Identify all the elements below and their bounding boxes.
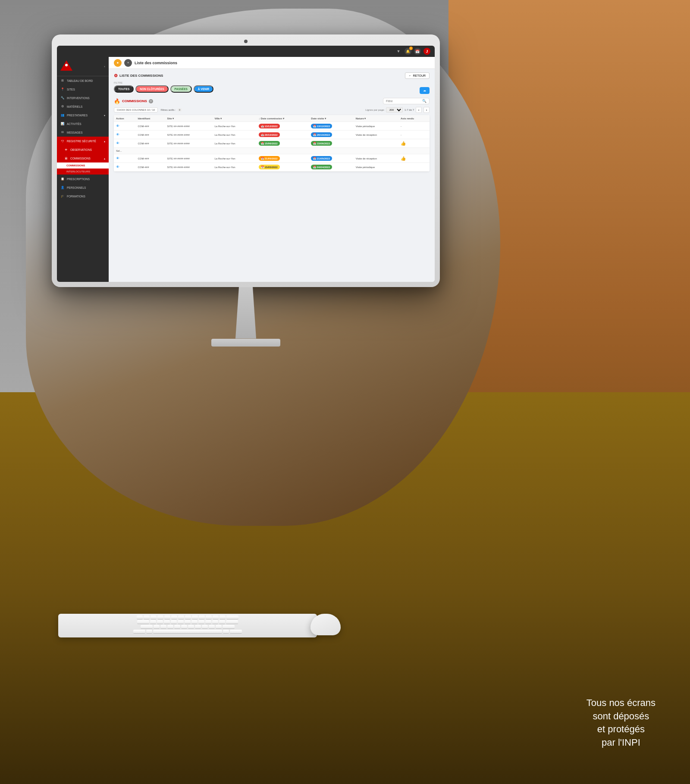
row-identifiant: COM-### (135, 122, 165, 131)
key (209, 625, 215, 629)
col-date-commission[interactable]: ↓ Date commission ▾ (257, 115, 309, 122)
prev-page-button[interactable]: ‹ (416, 107, 422, 113)
row-action[interactable]: 👁 (114, 131, 135, 139)
row-action[interactable]: 👁 (114, 139, 135, 148)
sites-icon: 📍 (60, 87, 65, 91)
col-site[interactable]: Site ▾ (165, 115, 213, 122)
nav-prestataires[interactable]: 👥 PRESTATAIRES ▾ (57, 111, 109, 119)
date-visite-badge: 📅 13/12/2022 (311, 124, 332, 128)
col-date-visite[interactable]: Date visite ▾ (309, 115, 353, 122)
filter-icon[interactable]: ▼ (395, 48, 402, 55)
header-orange-icon[interactable]: ● (114, 59, 122, 67)
thumbs-up-icon: 👍 (401, 156, 406, 161)
nav-observations[interactable]: 👁 OBSERVATIONS (57, 145, 109, 154)
filters-active-label: Filtres actifs : 0 (160, 108, 182, 112)
key (178, 615, 184, 619)
row-date-commission: 📅 15/06/2022 (257, 139, 309, 148)
nav-materiels[interactable]: ⚙ MATÉRIELS (57, 102, 109, 111)
calendar-icon[interactable]: 📅 (414, 48, 421, 55)
table-controls: CHOIX DES COLONNES 10 / 10 Filtres actif… (114, 107, 430, 113)
bell-icon[interactable]: 🔔 1 (405, 48, 411, 55)
upload-button[interactable]: ☁ (420, 87, 430, 94)
key (220, 615, 226, 619)
key (188, 625, 194, 629)
tab-passées[interactable]: PASSÉES (170, 85, 192, 93)
nav-commissions[interactable]: 🏛 COMMISSIONS ▴ (57, 154, 109, 162)
space-key (153, 630, 222, 634)
column-choice-button[interactable]: CHOIX DES COLONNES 10 / 10 (114, 107, 158, 112)
nav-label: REGISTRE SÉCURITÉ (67, 140, 96, 143)
section-title-text: LISTE DES COMMISSIONS (119, 74, 163, 78)
key (174, 625, 180, 629)
row-action[interactable]: 👁 (114, 163, 135, 172)
tab-a-venir[interactable]: À VENIR (194, 85, 213, 93)
user-avatar[interactable]: J (423, 48, 430, 55)
header-plus-btn[interactable]: + (124, 59, 132, 67)
col-action: Action (114, 115, 135, 122)
tab-all[interactable]: TOUTES (114, 85, 134, 93)
view-icon[interactable]: 👁 (116, 141, 119, 145)
nav-interventions[interactable]: 🔧 INTERVENTIONS (57, 94, 109, 102)
col-ville[interactable]: Ville ▾ (212, 115, 256, 122)
nav-activites[interactable]: 📊 ACTIVITÉS (57, 119, 109, 128)
row-action[interactable]: 👁 (114, 122, 135, 131)
date-visite-badge: 📅 04/04/2022 (311, 165, 332, 169)
nav-formations[interactable]: 🎓 FORMATIONS (57, 192, 109, 200)
keyboard (58, 614, 317, 637)
nav-label: OBSERVATIONS (70, 148, 92, 151)
key (167, 625, 173, 629)
per-page-select[interactable]: 200 (386, 107, 403, 112)
key (205, 620, 211, 624)
col-nature[interactable]: Nature ▾ (354, 115, 398, 122)
thumbs-up-icon: 👍 (401, 141, 406, 146)
nav-label: SITES (67, 88, 75, 91)
nav-messages[interactable]: ✉ MESSAGES (57, 128, 109, 137)
nav-label: PRESCRIPTIONS (67, 178, 90, 181)
commissions-table-wrapper: Action Identifiant Site ▾ Ville ▾ ↓ Date… (114, 115, 430, 172)
key (164, 615, 170, 619)
key (199, 615, 205, 619)
tab-non-clôturées[interactable]: NON CLÔTURÉES (135, 85, 168, 93)
search-input[interactable] (386, 100, 420, 103)
view-icon[interactable]: 👁 (116, 133, 119, 137)
monitor-stand (229, 287, 263, 339)
row-ville: La Roche-sur-Yon (212, 139, 256, 148)
commission-title-area: 🔥 COMMISSIONS ? (114, 98, 153, 104)
nav-label: TABLEAU DE BORD (67, 79, 93, 82)
help-badge[interactable]: ? (149, 99, 153, 103)
view-icon[interactable]: 👁 (116, 156, 119, 160)
nav-registre-securite[interactable]: 🛡 REGISTRE SÉCURITÉ ▴ (57, 137, 109, 145)
table-header-row: Action Identifiant Site ▾ Ville ▾ ↓ Date… (114, 115, 430, 122)
subnav-interlocuteurs[interactable]: INTERLOCUTEURS (57, 169, 109, 175)
mouse (310, 614, 341, 635)
view-icon[interactable]: 👁 (116, 165, 119, 169)
key-row-1 (62, 615, 314, 619)
bottom-text-area: Tous nos écrans sont déposés et protégés… (586, 697, 656, 750)
nav-label: COMMISSIONS (70, 157, 91, 160)
key (151, 615, 157, 619)
date-badge: 📅 15/06/2022 (259, 141, 280, 146)
row-avis: - (398, 131, 430, 139)
row-avis: - (398, 122, 430, 131)
sidebar-collapse-btn[interactable]: ‹ (104, 65, 105, 69)
row-action[interactable]: 👁 (114, 154, 135, 163)
activites-icon: 📊 (60, 122, 65, 126)
key-row-2 (62, 620, 314, 624)
nav-sites[interactable]: 📍 SITES (57, 85, 109, 94)
filters-active-text: Filtres actifs : (160, 109, 176, 111)
row-ville: La Roche-sur-Yon (212, 163, 256, 172)
key (154, 625, 160, 629)
view-icon[interactable]: 👁 (116, 124, 119, 128)
personnels-icon: 👤 (60, 185, 65, 190)
nav-prescriptions[interactable]: 📋 PRESCRIPTIONS (57, 175, 109, 183)
back-button[interactable]: ← RETOUR (405, 72, 430, 79)
nav-tableau-bord[interactable]: ⊞ TABLEAU DE BORD (57, 76, 109, 85)
search-icon: 🔍 (422, 99, 427, 103)
peripherals (26, 614, 349, 637)
date-badge: 📅 15/05/2022 (259, 165, 280, 169)
subnav-commissions[interactable]: COMMISSIONS (57, 162, 109, 169)
next-page-button[interactable]: › (423, 107, 430, 113)
row-nature: Visite périodique (354, 122, 398, 131)
key (144, 615, 150, 619)
nav-personnels[interactable]: 👤 PERSONNELS (57, 183, 109, 192)
